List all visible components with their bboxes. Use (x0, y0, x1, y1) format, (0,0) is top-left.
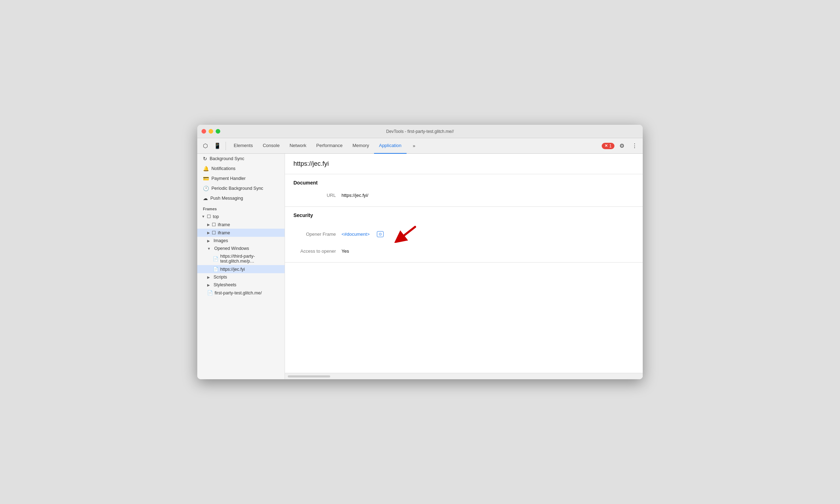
page-icon: 📄 (213, 266, 218, 272)
arrow-right-icon: ▶ (207, 275, 210, 279)
horizontal-scrollbar-thumb[interactable] (288, 375, 330, 377)
tree-item-label: Stylesheets (214, 282, 237, 287)
access-to-opener-value: Yes (342, 248, 349, 254)
arrow-right-icon: ▶ (207, 231, 210, 235)
payment-icon: 💳 (203, 176, 209, 181)
more-tabs-button[interactable]: » (408, 138, 420, 154)
background-sync-icon: ↻ (203, 156, 207, 162)
sidebar-item-periodic-sync[interactable]: 🕐 Periodic Background Sync (197, 183, 285, 193)
frames-section-header: Frames (197, 203, 285, 212)
sidebar: ↻ Background Sync 🔔 Notifications 💳 Paym… (197, 154, 285, 379)
tree-item-label: https://third-party-test.glitch.me/p… (220, 254, 282, 264)
tree-item-top[interactable]: ▼ ☐ top (197, 212, 285, 221)
tab-console[interactable]: Console (258, 138, 285, 154)
opener-frame-link-text: <#document> (342, 232, 370, 237)
tree-item-label: iframe (218, 230, 230, 235)
main-area: ↻ Background Sync 🔔 Notifications 💳 Paym… (197, 154, 643, 379)
error-badge[interactable]: ✕ 1 (602, 143, 614, 149)
document-section: Document URL https://jec.fyi/ (285, 174, 643, 207)
minimize-button[interactable] (209, 129, 213, 134)
tree-item-opened-windows[interactable]: ▼ Opened Windows (197, 245, 285, 252)
tree-item-label: iframe (218, 222, 230, 227)
access-to-opener-label: Access to opener (293, 248, 336, 254)
close-button[interactable] (202, 129, 206, 134)
sidebar-item-label: Background Sync (210, 156, 244, 161)
panel-empty-area (285, 263, 643, 373)
url-label: URL (293, 193, 336, 198)
tab-application[interactable]: Application (374, 138, 407, 154)
document-section-title: Document (293, 180, 634, 186)
sidebar-item-label: Notifications (211, 166, 235, 171)
cursor-icon-button[interactable]: ⬡ (200, 141, 211, 151)
panel-scrollbar-bar (285, 373, 643, 379)
arrow-right-icon: ▶ (207, 239, 210, 243)
opener-frame-label: Opener Frame (293, 232, 336, 237)
tree-item-label: Opened Windows (214, 246, 249, 251)
sidebar-item-payment-handler[interactable]: 💳 Payment Handler (197, 174, 285, 183)
arrow-right-icon: ▶ (207, 283, 210, 287)
tree-item-label: top (213, 214, 219, 219)
toolbar: ⬡ 📱 Elements Console Network Performance… (197, 138, 643, 154)
devtools-window: DevTools - first-party-test.glitch.me// … (197, 125, 643, 379)
file-icon: 📄 (207, 290, 213, 295)
folder-icon: ☐ (207, 214, 211, 219)
tree-item-label: Images (214, 238, 228, 243)
panel-url-header: https://jec.fyi (285, 154, 643, 174)
opener-frame-link[interactable]: <#document> (342, 232, 370, 237)
tree-item-stylesheets[interactable]: ▶ Stylesheets (197, 281, 285, 289)
settings-button[interactable]: ⚙ (617, 141, 627, 151)
sidebar-item-background-sync[interactable]: ↻ Background Sync (197, 154, 285, 164)
security-section-title: Security (293, 212, 634, 218)
periodic-sync-icon: 🕐 (203, 186, 209, 191)
tab-performance[interactable]: Performance (311, 138, 348, 154)
iframe-icon: ☐ (212, 222, 216, 227)
red-arrow-svg (392, 225, 417, 243)
tab-elements[interactable]: Elements (229, 138, 258, 154)
arrow-down-icon: ▼ (207, 247, 211, 251)
access-to-opener-row: Access to opener Yes (293, 246, 634, 257)
toolbar-divider (226, 142, 226, 150)
settings-icon: ⚙ (619, 142, 624, 149)
url-row: URL https://jec.fyi/ (293, 190, 634, 201)
traffic-lights (202, 129, 220, 134)
tab-memory[interactable]: Memory (348, 138, 374, 154)
sidebar-item-label: Periodic Background Sync (211, 186, 263, 191)
device-toolbar-button[interactable]: 📱 (212, 141, 223, 151)
opener-frame-code-icon[interactable]: ⊙ (377, 231, 384, 237)
tree-item-iframe-1[interactable]: ▶ ☐ iframe (197, 221, 285, 229)
more-options-icon: ⋮ (632, 142, 637, 149)
tab-network[interactable]: Network (285, 138, 311, 154)
tree-item-first-party-file[interactable]: 📄 first-party-test.glitch.me/ (197, 289, 285, 297)
tree-item-scripts[interactable]: ▶ Scripts (197, 273, 285, 281)
url-value: https://jec.fyi/ (342, 193, 368, 198)
red-arrow-annotation (392, 225, 417, 243)
tree-item-label: Scripts (214, 275, 227, 280)
sidebar-item-label: Payment Handler (211, 176, 246, 181)
toolbar-tabs: Elements Console Network Performance Mem… (229, 138, 407, 154)
tree-item-iframe-2[interactable]: ▶ ☐ iframe (197, 229, 285, 237)
push-messaging-icon: ☁ (203, 195, 208, 201)
more-options-button[interactable]: ⋮ (629, 141, 640, 151)
iframe-icon: ☐ (212, 230, 216, 235)
panel-url-text: https://jec.fyi (293, 160, 329, 167)
sidebar-item-push-messaging[interactable]: ☁ Push Messaging (197, 193, 285, 203)
sidebar-item-label: Push Messaging (210, 196, 243, 201)
toolbar-right: ✕ 1 ⚙ ⋮ (602, 141, 640, 151)
error-icon: ✕ (605, 143, 608, 148)
arrow-right-icon: ▶ (207, 223, 210, 227)
device-icon: 📱 (214, 142, 221, 149)
page-icon: 📄 (213, 256, 218, 262)
tree-item-label: first-party-test.glitch.me/ (215, 291, 262, 295)
window-title: DevTools - first-party-test.glitch.me// (386, 129, 454, 134)
main-panel: https://jec.fyi Document URL https://jec… (285, 154, 643, 379)
sidebar-item-notifications[interactable]: 🔔 Notifications (197, 164, 285, 174)
tree-item-jec-fyi-window[interactable]: 📄 https://jec.fyi (197, 265, 285, 273)
maximize-button[interactable] (216, 129, 220, 134)
arrow-down-icon: ▼ (202, 215, 205, 218)
error-count: 1 (609, 143, 612, 148)
tree-item-third-party-window[interactable]: 📄 https://third-party-test.glitch.me/p… (197, 252, 285, 265)
cursor-icon: ⬡ (203, 142, 208, 149)
titlebar: DevTools - first-party-test.glitch.me// (197, 125, 643, 138)
opener-frame-row: Opener Frame <#document> ⊙ (293, 222, 634, 246)
tree-item-images[interactable]: ▶ Images (197, 237, 285, 245)
